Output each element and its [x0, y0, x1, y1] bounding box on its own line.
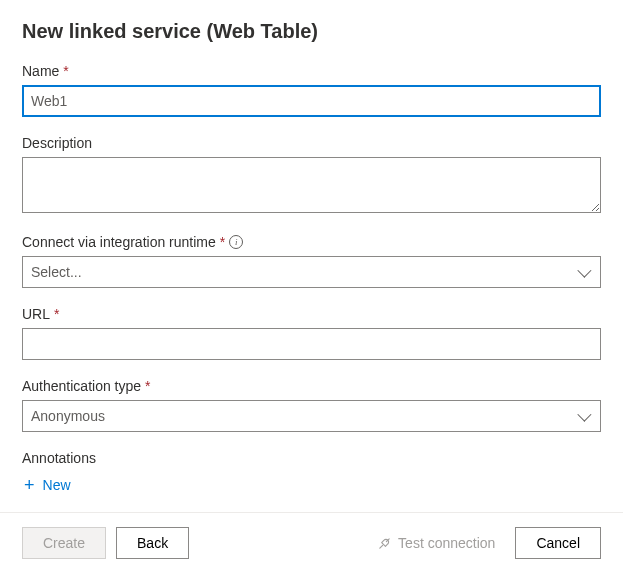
add-annotation-button[interactable]: + New: [22, 472, 73, 498]
page-title: New linked service (Web Table): [22, 20, 601, 43]
field-annotations: Annotations + New: [22, 450, 601, 498]
name-input[interactable]: [22, 85, 601, 117]
footer: Create Back Test connection Cancel: [0, 512, 623, 573]
description-input[interactable]: [22, 157, 601, 213]
runtime-select[interactable]: Select...: [22, 256, 601, 288]
url-input[interactable]: [22, 328, 601, 360]
field-description: Description: [22, 135, 601, 216]
name-label: Name *: [22, 63, 601, 79]
plug-icon: [377, 536, 392, 551]
chevron-down-icon: [577, 408, 591, 422]
required-indicator: *: [54, 306, 59, 322]
field-integration-runtime: Connect via integration runtime * i Sele…: [22, 234, 601, 288]
create-button: Create: [22, 527, 106, 559]
auth-type-label: Authentication type *: [22, 378, 601, 394]
cancel-button[interactable]: Cancel: [515, 527, 601, 559]
annotations-label: Annotations: [22, 450, 601, 466]
url-label: URL *: [22, 306, 601, 322]
info-icon[interactable]: i: [229, 235, 243, 249]
required-indicator: *: [63, 63, 68, 79]
required-indicator: *: [220, 234, 225, 250]
test-connection-button: Test connection: [377, 535, 495, 551]
chevron-down-icon: [577, 264, 591, 278]
runtime-label: Connect via integration runtime * i: [22, 234, 601, 250]
back-button[interactable]: Back: [116, 527, 189, 559]
description-label: Description: [22, 135, 601, 151]
auth-type-select[interactable]: Anonymous: [22, 400, 601, 432]
field-name: Name *: [22, 63, 601, 117]
field-url: URL *: [22, 306, 601, 360]
required-indicator: *: [145, 378, 150, 394]
field-auth-type: Authentication type * Anonymous: [22, 378, 601, 432]
plus-icon: +: [24, 476, 35, 494]
